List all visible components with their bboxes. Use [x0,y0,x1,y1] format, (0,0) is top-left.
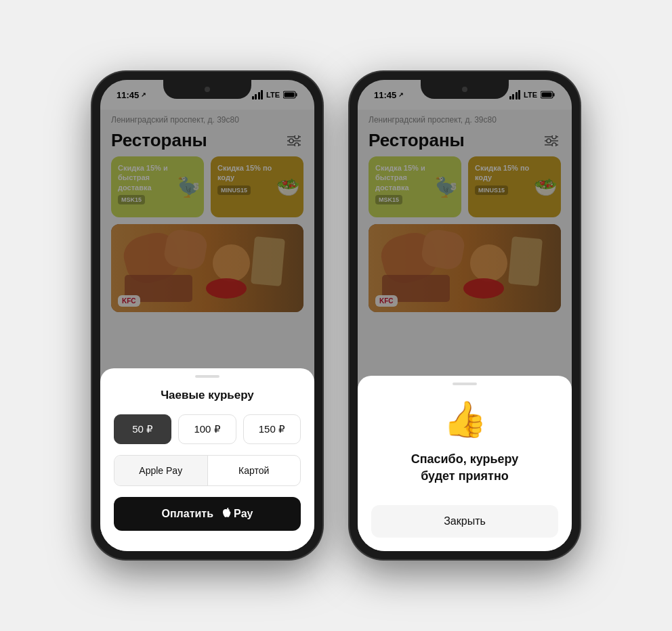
sheet-handle-2[interactable] [453,383,477,385]
tip-amounts: 50 ₽ 100 ₽ 150 ₽ [114,414,301,444]
notch-2 [421,80,509,99]
success-text: Спасибо, курьеру будет приятно [371,451,558,485]
signal-icon-2 [509,90,521,100]
pay-button[interactable]: Оплатить Pay [114,497,301,531]
signal-icon [252,90,264,100]
phone-2-screen: 11:45 ↗ LTE [358,80,572,551]
status-time-2: 11:45 ↗ [374,90,404,100]
bottom-sheet-2: 👍 Спасибо, курьеру будет приятно Закрыть [358,376,572,551]
nav-arrow-icon: ↗ [141,91,146,98]
network-type-2: LTE [524,91,537,99]
phone-2: 11:45 ↗ LTE [350,72,580,559]
success-emoji: 👍 [371,399,558,440]
pay-button-suffix: Pay [220,508,253,521]
svg-rect-10 [553,93,555,97]
status-icons-2: LTE [509,90,555,100]
phone-1-screen: 11:45 ↗ LTE [100,80,314,551]
close-button[interactable]: Закрыть [371,505,558,538]
payment-methods: Apple Pay Картой [114,455,301,486]
tip-50-button[interactable]: 50 ₽ [114,414,171,444]
sheet-handle-1[interactable] [195,375,219,378]
status-icons: LTE [252,90,298,100]
network-type: LTE [266,91,280,99]
svg-rect-11 [542,93,552,97]
card-method[interactable]: Картой [208,456,301,485]
phone-2-frame: 11:45 ↗ LTE [350,72,580,559]
nav-arrow-icon-2: ↗ [398,91,404,98]
tip-100-button[interactable]: 100 ₽ [178,414,236,444]
svg-rect-2 [285,93,295,97]
battery-icon-2 [541,91,555,99]
phone-1-frame: 11:45 ↗ LTE [92,72,322,559]
pay-button-text: Оплатить [162,508,214,520]
sheet-title-1: Чаевые курьеру [114,389,301,402]
tip-150-button[interactable]: 150 ₽ [243,414,301,444]
status-time: 11:45 ↗ [117,90,146,100]
bottom-sheet-1: Чаевые курьеру 50 ₽ 100 ₽ 150 ₽ Apple Pa… [100,368,314,551]
battery-icon [283,91,298,99]
phone-1: 11:45 ↗ LTE [92,72,322,559]
notch [163,80,251,99]
svg-rect-1 [296,93,297,97]
apple-pay-method[interactable]: Apple Pay [114,456,208,485]
